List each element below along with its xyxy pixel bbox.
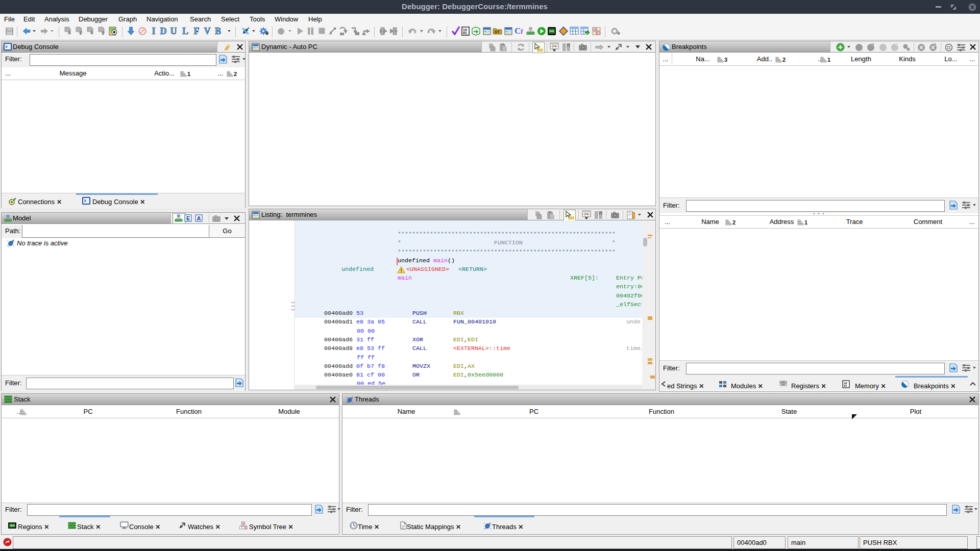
svg-text:A: A: [197, 215, 201, 221]
svg-text:3: 3: [724, 57, 727, 63]
svg-text:1: 1: [827, 57, 830, 63]
svg-text:01: 01: [844, 384, 847, 388]
svg-text:2: 2: [732, 219, 736, 226]
svg-text:01: 01: [463, 32, 467, 35]
svg-text:1: 1: [804, 219, 807, 226]
svg-text:2: 2: [234, 71, 237, 77]
svg-text:1: 1: [187, 71, 190, 77]
svg-text:DT: DT: [495, 30, 500, 34]
svg-text:E: E: [186, 215, 190, 221]
svg-text:2: 2: [782, 57, 786, 63]
